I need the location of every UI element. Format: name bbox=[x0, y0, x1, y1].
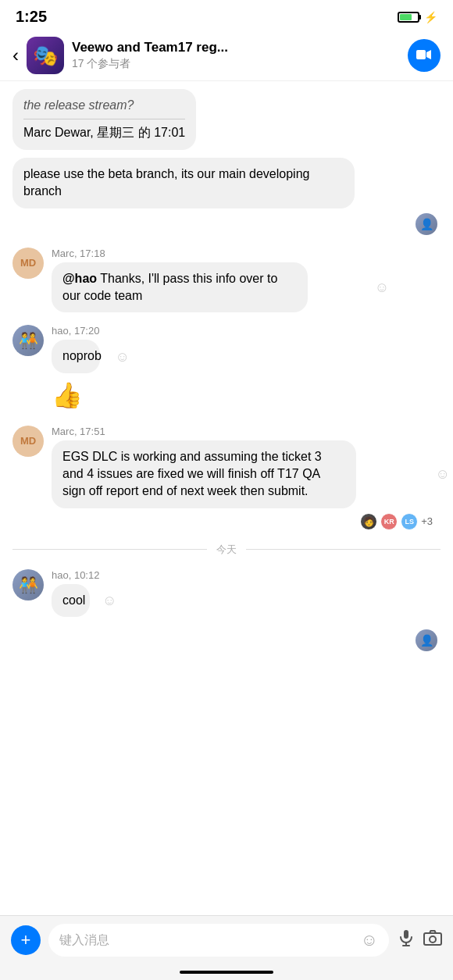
reaction-avatar-2: KR bbox=[380, 513, 398, 530]
msg-meta: Marc, 17:18 bbox=[52, 248, 372, 259]
group-avatar bbox=[27, 37, 64, 74]
bubble-marc-1751: EGS DLC is working and assuming the tick… bbox=[52, 440, 356, 508]
divider-text: 今天 bbox=[216, 543, 237, 557]
add-button[interactable]: + bbox=[11, 925, 41, 955]
header-title: Veewo and Team17 reg... bbox=[72, 40, 408, 55]
avatar-marc: MD bbox=[12, 248, 44, 279]
svg-point-5 bbox=[430, 936, 436, 943]
msg-meta-hao: hao, 17:20 bbox=[52, 325, 112, 337]
reaction-avatar-1: 🧑 bbox=[360, 513, 377, 530]
reaction-icon-marc-1751[interactable]: ☺ bbox=[436, 466, 450, 483]
divider-line-left bbox=[12, 549, 207, 550]
add-icon: + bbox=[21, 930, 31, 950]
message-row-hao-1720: 🧑‍🤝‍🧑 hao, 17:20 noprob ☺ 👍 bbox=[12, 325, 441, 412]
svg-rect-1 bbox=[404, 930, 408, 939]
reaction-row: 🧑 KR LS +3 bbox=[52, 513, 433, 530]
msg-content-marc-1718: Marc, 17:18 @hao Thanks, I'll pass this … bbox=[52, 248, 372, 313]
avatar-hao-img-today: 🧑‍🤝‍🧑 bbox=[12, 569, 44, 600]
svg-rect-0 bbox=[416, 50, 426, 59]
divider-line-right bbox=[246, 549, 441, 550]
status-time: 1:25 bbox=[16, 8, 47, 26]
date-divider: 今天 bbox=[12, 543, 441, 557]
bubble-wrap-hao-today: cool ☺ bbox=[52, 584, 99, 617]
message-input-field[interactable]: 键入消息 ☺ bbox=[48, 924, 389, 957]
avatar-hao-today: 🧑‍🤝‍🧑 bbox=[12, 569, 44, 600]
home-indicator bbox=[180, 971, 273, 974]
battery-icon bbox=[398, 12, 419, 23]
input-placeholder: 键入消息 bbox=[59, 932, 109, 949]
msg-meta-hao-today: hao, 10:12 bbox=[52, 569, 99, 581]
bubble-wrap-marc-1751: EGS DLC is working and assuming the tick… bbox=[52, 440, 433, 508]
bubble-wrap-hao: noprob ☺ bbox=[52, 340, 112, 372]
status-bar: 1:25 ⚡ bbox=[0, 0, 453, 30]
chat-area: the release stream? Marc Dewar, 星期三 的 17… bbox=[0, 81, 453, 729]
chat-header: ‹ Veewo and Team17 reg... 17 个参与者 bbox=[0, 30, 453, 81]
message-group-1: the release stream? Marc Dewar, 星期三 的 17… bbox=[12, 89, 441, 235]
status-icons: ⚡ bbox=[398, 11, 437, 23]
emoji-picker-icon[interactable]: ☺ bbox=[361, 930, 378, 950]
bubble-cool: cool bbox=[52, 584, 90, 617]
reaction-icon-hao[interactable]: ☺ bbox=[115, 348, 129, 365]
bubble-body: please use the beta branch, its our main… bbox=[12, 158, 355, 208]
video-icon bbox=[416, 48, 432, 64]
msg-content-hao-1720: hao, 17:20 noprob ☺ 👍 bbox=[52, 325, 112, 412]
bubble-marc-1718: @hao Thanks, I'll pass this info over to… bbox=[52, 262, 308, 313]
avatar-hao-img: 🧑‍🤝‍🧑 bbox=[12, 325, 44, 356]
reaction-avatar-3: LS bbox=[401, 513, 418, 530]
message-text: Marc Dewar, 星期三 的 17:01 bbox=[23, 124, 185, 141]
bubble-continuation: the release stream? Marc Dewar, 星期三 的 17… bbox=[12, 89, 196, 150]
message-row-marc-1751: MD Marc, 17:51 EGS DLC is working and as… bbox=[12, 426, 441, 530]
battery-body bbox=[398, 12, 419, 23]
avatar-hao-1720: 🧑‍🤝‍🧑 bbox=[12, 325, 44, 356]
msg-content-marc-1751: Marc, 17:51 EGS DLC is working and assum… bbox=[52, 426, 433, 530]
battery-fill bbox=[400, 14, 412, 20]
bubble-noprob: noprob bbox=[52, 340, 100, 372]
msg-content-hao-today: hao, 10:12 cool ☺ bbox=[52, 569, 99, 617]
avatar-marc-1751: MD bbox=[12, 426, 44, 457]
camera-button[interactable] bbox=[423, 930, 442, 950]
reaction-count: +3 bbox=[421, 515, 433, 527]
bubble-emoji-thumbsup: 👍 bbox=[52, 378, 83, 413]
quoted-text: the release stream? bbox=[23, 97, 185, 114]
microphone-button[interactable] bbox=[397, 928, 416, 952]
read-receipt-avatar: 👤 bbox=[416, 629, 437, 651]
message-row-marc-1718: MD Marc, 17:18 @hao Thanks, I'll pass th… bbox=[12, 248, 441, 313]
reaction-icon[interactable]: ☺ bbox=[375, 279, 389, 295]
header-subtitle: 17 个参与者 bbox=[72, 57, 408, 71]
reaction-icon-hao-today[interactable]: ☺ bbox=[102, 592, 116, 608]
msg-meta-marc-1751: Marc, 17:51 bbox=[52, 426, 433, 437]
header-info: Veewo and Team17 reg... 17 个参与者 bbox=[72, 40, 408, 71]
message-row-hao-today: 🧑‍🤝‍🧑 hao, 10:12 cool ☺ bbox=[12, 569, 441, 617]
bolt-icon: ⚡ bbox=[424, 11, 437, 23]
video-call-button[interactable] bbox=[408, 39, 441, 72]
back-button[interactable]: ‹ bbox=[12, 46, 19, 65]
bubble-wrap: @hao Thanks, I'll pass this info over to… bbox=[52, 262, 372, 313]
sender-avatar-small: 👤 bbox=[416, 213, 437, 235]
